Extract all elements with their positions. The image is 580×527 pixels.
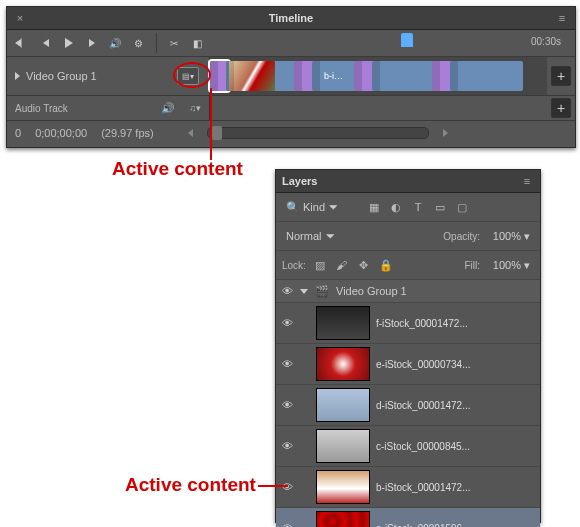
video-track-row: Video Group 1 ▤▾ b-i… + bbox=[7, 57, 575, 96]
video-group-icon: 🎬 bbox=[314, 283, 330, 299]
fill-label: Fill: bbox=[464, 260, 480, 271]
split-clip-button[interactable]: ✂ bbox=[165, 33, 184, 53]
filter-adjust-icon[interactable]: ◐ bbox=[388, 199, 404, 215]
visibility-toggle-icon[interactable]: 👁 bbox=[280, 440, 294, 452]
blend-opacity-row: Normal ⏷ Opacity: 100% ▾ bbox=[276, 222, 540, 251]
annotation-label: Active content bbox=[112, 158, 243, 180]
lock-all-icon[interactable]: 🔒 bbox=[378, 257, 394, 273]
lock-transparency-icon[interactable]: ▨ bbox=[312, 257, 328, 273]
visibility-toggle-icon[interactable]: 👁 bbox=[280, 522, 294, 527]
layer-thumbnail bbox=[316, 306, 370, 340]
video-track-lane[interactable]: b-i… bbox=[210, 57, 547, 95]
filter-pixel-icon[interactable]: ▦ bbox=[366, 199, 382, 215]
annotation-line bbox=[258, 485, 288, 487]
lock-position-icon[interactable]: ✥ bbox=[356, 257, 372, 273]
timeline-clip[interactable]: b-i… bbox=[312, 61, 357, 91]
layer-group-row[interactable]: 👁 🎬 Video Group 1 bbox=[276, 280, 540, 303]
timecode[interactable]: 0;00;00;00 bbox=[35, 127, 87, 139]
collapse-toggle-icon[interactable] bbox=[15, 72, 20, 80]
go-to-start-button[interactable]: ⎸ bbox=[13, 33, 32, 53]
timeline-clip[interactable] bbox=[226, 61, 297, 91]
layers-title: Layers bbox=[282, 175, 317, 187]
lock-fill-row: Lock: ▨ 🖌 ✥ 🔒 Fill: 100% ▾ bbox=[276, 251, 540, 280]
layer-item[interactable]: 👁c-iStock_00000845... bbox=[276, 426, 540, 467]
layer-name-label: e-iStock_00000734... bbox=[376, 359, 540, 370]
layer-name-label: c-iStock_00000845... bbox=[376, 441, 540, 452]
layer-name-label: d-iStock_00001472... bbox=[376, 400, 540, 411]
opacity-label: Opacity: bbox=[443, 231, 480, 242]
close-icon[interactable]: × bbox=[13, 11, 27, 25]
add-audio-button[interactable]: + bbox=[551, 98, 571, 118]
lock-paint-icon[interactable]: 🖌 bbox=[334, 257, 350, 273]
ruler-mark: 00:30s bbox=[531, 36, 561, 47]
zoom-out-icon[interactable] bbox=[188, 129, 193, 137]
annotation-label: Active content bbox=[125, 474, 256, 496]
layer-name-label: f-iStock_00001472... bbox=[376, 318, 540, 329]
fps-label: (29.97 fps) bbox=[101, 127, 154, 139]
timeline-transport-bar: ⎸ 🔊 ⚙ ✂ ◧ 00:30s 01:00s bbox=[7, 30, 575, 57]
visibility-toggle-icon[interactable]: 👁 bbox=[280, 285, 294, 297]
play-button[interactable] bbox=[59, 33, 78, 53]
audio-mute-icon[interactable]: 🔊 bbox=[161, 102, 175, 115]
filter-kind-select[interactable]: 🔍Kind ⏷ bbox=[282, 200, 360, 215]
layer-item[interactable]: 👁e-iStock_00000734... bbox=[276, 344, 540, 385]
visibility-toggle-icon[interactable]: 👁 bbox=[280, 317, 294, 329]
timeline-clip[interactable] bbox=[372, 61, 435, 91]
group-collapse-icon[interactable] bbox=[300, 289, 308, 294]
layer-item[interactable]: 👁d-iStock_00001472... bbox=[276, 385, 540, 426]
audio-track-label: Audio Track bbox=[15, 103, 68, 114]
settings-button[interactable]: ⚙ bbox=[129, 33, 148, 53]
audio-track-header[interactable]: Audio Track 🔊 ♫▾ bbox=[7, 96, 210, 120]
annotation-line bbox=[210, 88, 212, 160]
opacity-field[interactable]: 100% ▾ bbox=[486, 229, 534, 244]
layer-item[interactable]: 👁f-iStock_00001472... bbox=[276, 303, 540, 344]
zoom-knob[interactable] bbox=[212, 126, 222, 140]
filter-smart-icon[interactable]: ▢ bbox=[454, 199, 470, 215]
zoom-in-icon[interactable] bbox=[443, 129, 448, 137]
layer-item[interactable]: 👁b-iStock_00001472... bbox=[276, 467, 540, 508]
layers-panel: Layers ≡ 🔍Kind ⏷ ▦ ◐ T ▭ ▢ Normal ⏷ Opac… bbox=[275, 169, 541, 523]
prev-frame-button[interactable] bbox=[36, 33, 55, 53]
panel-menu-icon[interactable]: ≡ bbox=[520, 174, 534, 188]
layer-thumbnail bbox=[316, 511, 370, 527]
layer-name-label: a-iStock_00001596... bbox=[376, 523, 540, 528]
layer-list: 👁f-iStock_00001472...👁e-iStock_00000734.… bbox=[276, 303, 540, 527]
visibility-toggle-icon[interactable]: 👁 bbox=[280, 358, 294, 370]
annotation-ellipse bbox=[173, 62, 211, 88]
zoom-slider[interactable] bbox=[207, 127, 429, 139]
fill-field[interactable]: 100% ▾ bbox=[486, 258, 534, 273]
layer-thumbnail bbox=[316, 470, 370, 504]
timeline-panel: × Timeline ≡ ⎸ 🔊 ⚙ ✂ ◧ 00:30s 01:00s bbox=[6, 6, 576, 148]
lock-label: Lock: bbox=[282, 260, 306, 271]
group-name-label: Video Group 1 bbox=[336, 285, 407, 297]
layer-thumbnail bbox=[316, 347, 370, 381]
filter-shape-icon[interactable]: ▭ bbox=[432, 199, 448, 215]
visibility-toggle-icon[interactable]: 👁 bbox=[280, 481, 294, 493]
filter-text-icon[interactable]: T bbox=[410, 199, 426, 215]
playhead[interactable] bbox=[401, 33, 413, 47]
layer-thumbnail bbox=[316, 429, 370, 463]
timeline-footer: 0 0;00;00;00 (29.97 fps) bbox=[7, 121, 575, 145]
audio-track-row: Audio Track 🔊 ♫▾ + bbox=[7, 96, 575, 121]
mute-button[interactable]: 🔊 bbox=[106, 33, 125, 53]
audio-options-button[interactable]: ♫▾ bbox=[189, 103, 201, 113]
visibility-toggle-icon[interactable]: 👁 bbox=[280, 399, 294, 411]
layer-name-label: b-iStock_00001472... bbox=[376, 482, 540, 493]
layer-item[interactable]: 👁a-iStock_00001596... bbox=[276, 508, 540, 527]
layer-filter-row: 🔍Kind ⏷ ▦ ◐ T ▭ ▢ bbox=[276, 193, 540, 222]
current-frame[interactable]: 0 bbox=[15, 127, 21, 139]
divider bbox=[156, 33, 157, 53]
transition-button[interactable]: ◧ bbox=[188, 33, 207, 53]
timeline-title: Timeline bbox=[269, 12, 313, 24]
layer-thumbnail bbox=[316, 388, 370, 422]
blend-mode-select[interactable]: Normal ⏷ bbox=[282, 229, 376, 243]
layers-header: Layers ≡ bbox=[276, 170, 540, 193]
timeline-header: × Timeline ≡ bbox=[7, 7, 575, 30]
panel-menu-icon[interactable]: ≡ bbox=[555, 11, 569, 25]
video-group-label: Video Group 1 bbox=[26, 70, 97, 82]
add-media-button[interactable]: + bbox=[551, 66, 571, 86]
timeline-clip[interactable] bbox=[450, 61, 523, 91]
next-frame-button[interactable] bbox=[82, 33, 101, 53]
